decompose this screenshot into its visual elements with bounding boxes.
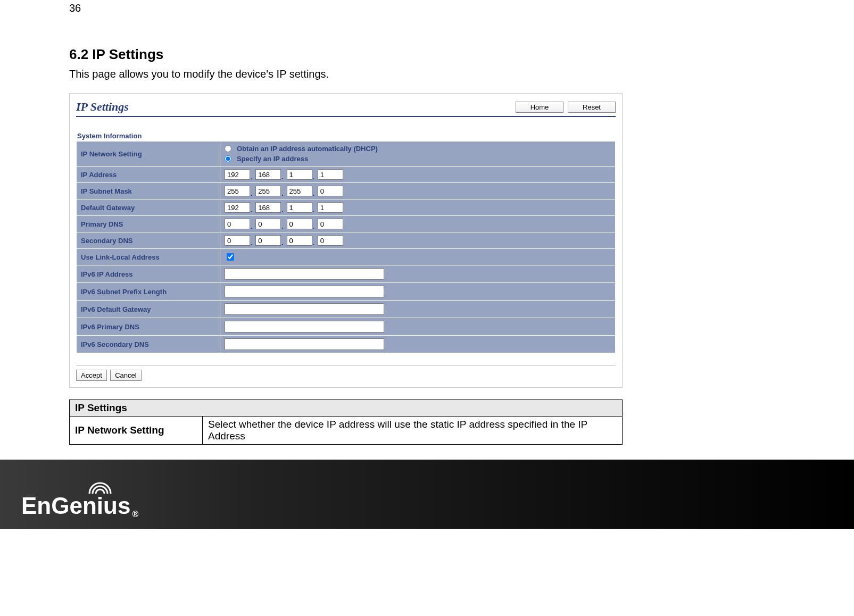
- ipv6-ip-input[interactable]: [225, 268, 384, 280]
- dot-icon: .: [313, 222, 315, 230]
- system-information-heading: System Information: [77, 132, 616, 140]
- ipv6-prefix-input[interactable]: [225, 286, 384, 297]
- label-ipv6-secondary-dns: IPv6 Secondary DNS: [77, 336, 220, 353]
- label-ip-address: IP Address: [77, 167, 220, 183]
- dot-icon: .: [251, 189, 253, 197]
- subnet-octet-3[interactable]: [287, 186, 312, 196]
- panel-title: IP Settings: [76, 99, 129, 115]
- pdns-octet-1[interactable]: [225, 219, 250, 229]
- section-title: 6.2 IP Settings: [69, 46, 628, 63]
- label-ipv6-primary-dns: IPv6 Primary DNS: [77, 318, 220, 336]
- label-primary-dns: Primary DNS: [77, 216, 220, 232]
- dot-icon: .: [313, 239, 315, 247]
- accept-button[interactable]: Accept: [76, 370, 107, 381]
- gateway-octet-2[interactable]: [255, 202, 281, 213]
- sdns-octet-1[interactable]: [225, 235, 250, 246]
- radio-dhcp[interactable]: [225, 145, 231, 152]
- dot-icon: .: [281, 173, 284, 181]
- description-table: IP Settings IP Network Setting Select wh…: [69, 399, 623, 445]
- dot-icon: .: [281, 239, 284, 247]
- pdns-octet-4[interactable]: [318, 219, 343, 229]
- sdns-octet-3[interactable]: [287, 235, 312, 246]
- label-ip-subnet-mask: IP Subnet Mask: [77, 183, 220, 199]
- label-default-gateway: Default Gateway: [77, 199, 220, 216]
- dot-icon: .: [251, 239, 253, 247]
- dot-icon: .: [281, 222, 284, 230]
- desc-row-label: IP Network Setting: [70, 417, 203, 445]
- home-button[interactable]: Home: [516, 102, 563, 113]
- label-ipv6-ip-address: IPv6 IP Address: [77, 265, 220, 283]
- dot-icon: .: [313, 173, 315, 181]
- label-use-link-local: Use Link-Local Address: [77, 249, 220, 265]
- ipv6-primary-dns-input[interactable]: [225, 321, 384, 332]
- cancel-button[interactable]: Cancel: [110, 370, 141, 381]
- sdns-octet-2[interactable]: [255, 235, 281, 246]
- ip-address-octet-2[interactable]: [255, 169, 281, 180]
- label-secondary-dns: Secondary DNS: [77, 232, 220, 249]
- dot-icon: .: [281, 206, 284, 214]
- ipv6-gateway-input[interactable]: [225, 303, 384, 315]
- dot-icon: .: [251, 222, 253, 230]
- gateway-octet-3[interactable]: [287, 202, 312, 213]
- dot-icon: .: [281, 189, 284, 197]
- ip-address-octet-4[interactable]: [318, 169, 343, 180]
- subnet-octet-4[interactable]: [318, 186, 343, 196]
- use-link-local-checkbox[interactable]: [227, 253, 234, 261]
- dot-icon: .: [251, 206, 253, 214]
- radio-static[interactable]: [225, 155, 231, 162]
- radio-dhcp-label: Obtain an IP address automatically (DHCP…: [237, 145, 378, 153]
- gateway-octet-4[interactable]: [318, 202, 343, 213]
- gateway-octet-1[interactable]: [225, 202, 250, 213]
- sdns-octet-4[interactable]: [318, 235, 343, 246]
- ipv6-secondary-dns-input[interactable]: [225, 338, 384, 350]
- dot-icon: .: [313, 206, 315, 214]
- desc-table-header: IP Settings: [70, 400, 623, 417]
- radio-static-label: Specify an IP address: [237, 155, 308, 163]
- page-number: 36: [0, 0, 854, 14]
- wifi-icon: [87, 481, 113, 495]
- subnet-octet-2[interactable]: [255, 186, 281, 196]
- ip-address-octet-1[interactable]: [225, 169, 250, 180]
- pdns-octet-2[interactable]: [255, 219, 281, 229]
- ip-address-octet-3[interactable]: [287, 169, 312, 180]
- registered-icon: ®: [132, 510, 138, 519]
- label-ipv6-default-gateway: IPv6 Default Gateway: [77, 301, 220, 318]
- pdns-octet-3[interactable]: [287, 219, 312, 229]
- footer-bar: EnGeni us®: [0, 460, 854, 529]
- ip-settings-screenshot: IP Settings Home Reset System Informatio…: [69, 93, 623, 388]
- divider: [76, 365, 616, 365]
- brand-logo: EnGeni us®: [21, 493, 138, 519]
- label-ip-network-setting: IP Network Setting: [77, 141, 220, 167]
- dot-icon: .: [313, 189, 315, 197]
- desc-row-text: Select whether the device IP address wil…: [203, 417, 623, 445]
- label-ipv6-prefix-length: IPv6 Subnet Prefix Length: [77, 283, 220, 301]
- dot-icon: .: [251, 173, 253, 181]
- reset-button[interactable]: Reset: [568, 102, 616, 113]
- settings-form-table: IP Network Setting Obtain an IP address …: [76, 141, 616, 353]
- section-description: This page allows you to modify the devic…: [69, 68, 628, 80]
- subnet-octet-1[interactable]: [225, 186, 250, 196]
